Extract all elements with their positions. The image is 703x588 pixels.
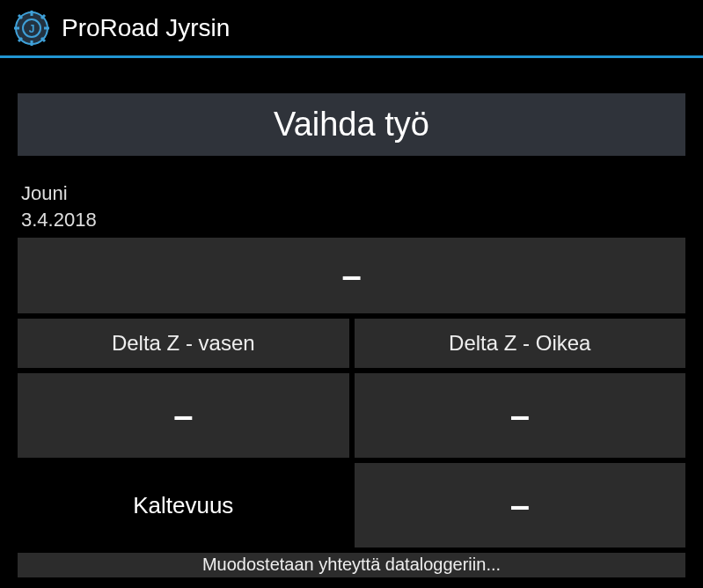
delta-z-left-label: Delta Z - vasen	[18, 319, 349, 368]
delta-z-left-value: –	[18, 373, 349, 458]
slope-label: Kaltevuus	[18, 463, 349, 548]
job-date: 3.4.2018	[21, 207, 682, 233]
svg-text:J: J	[29, 23, 35, 35]
top-value-panel: –	[18, 238, 685, 313]
change-job-button[interactable]: Vaihda työ	[18, 93, 685, 156]
app-title: ProRoad Jyrsin	[62, 14, 230, 42]
top-value: –	[341, 256, 361, 296]
title-bar: J ProRoad Jyrsin	[0, 0, 703, 58]
delta-z-right-label: Delta Z - Oikea	[355, 319, 686, 368]
app-icon: J	[14, 11, 49, 46]
delta-z-right-value: –	[355, 373, 686, 458]
main-content: Vaihda työ Jouni 3.4.2018 – Delta Z - va…	[0, 58, 703, 577]
job-info: Jouni 3.4.2018	[18, 180, 685, 232]
status-bar: Muodostetaan yhteyttä dataloggeriin...	[18, 553, 685, 577]
user-name: Jouni	[21, 180, 682, 207]
slope-value: –	[355, 463, 686, 548]
